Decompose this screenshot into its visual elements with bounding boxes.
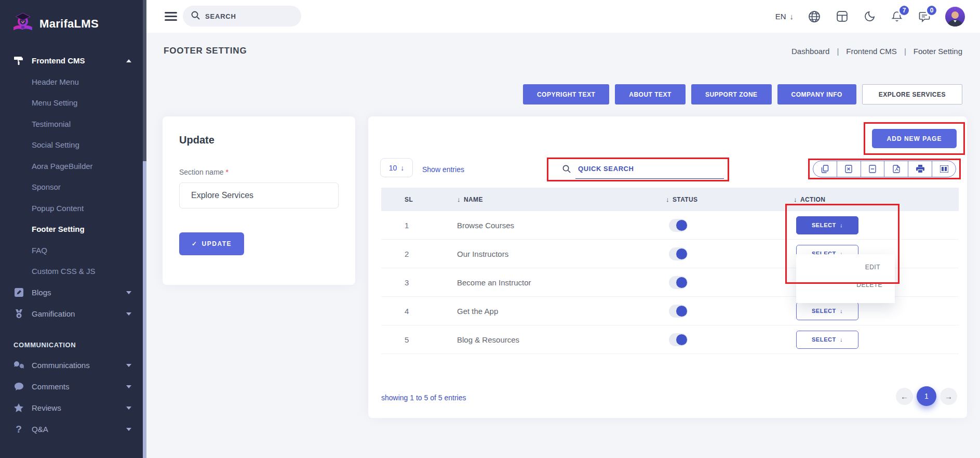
breadcrumb-footer-setting[interactable]: Footer Setting: [914, 47, 962, 56]
required-asterisk: *: [226, 168, 229, 176]
select-dropdown-button[interactable]: SELECT ↓: [796, 302, 858, 320]
check-icon: ✓: [192, 240, 198, 247]
copy-icon[interactable]: [813, 161, 837, 177]
sidebar-item-qa[interactable]: ? Q&A: [0, 418, 143, 440]
chat-bubbles-icon: [14, 361, 24, 370]
status-toggle[interactable]: [669, 305, 688, 318]
sidebar-scrollbar-thumb[interactable]: [143, 0, 146, 161]
sidebar-item-gamification[interactable]: Gamification: [0, 303, 143, 324]
menu-item-edit[interactable]: EDIT: [865, 264, 880, 271]
sidebar-item-frontend-cms[interactable]: Frontend CMS: [0, 50, 143, 71]
update-card: Update Section name * ✓ UPDATE: [163, 116, 355, 285]
tab-copyright-text[interactable]: COPYRIGHT TEXT: [523, 84, 609, 104]
column-visibility-icon[interactable]: [932, 161, 956, 177]
table-header: SL ↓NAME ↓STATUS ↓ACTION: [381, 188, 959, 211]
chevron-down-icon: [126, 291, 131, 294]
quick-search-input[interactable]: [575, 159, 724, 179]
star-icon: [14, 403, 24, 412]
sidebar-item-label: Footer Setting: [32, 225, 85, 233]
sidebar-item-label: Q&A: [32, 425, 48, 434]
page-size-value: 10: [389, 164, 397, 172]
select-label: SELECT: [812, 308, 836, 314]
notifications-bell-icon[interactable]: 7: [890, 10, 904, 23]
column-header-sl[interactable]: SL: [381, 196, 457, 203]
pdf-export-icon[interactable]: [884, 161, 908, 177]
sidebar-item-aora-pagebuilder[interactable]: Aora PageBuilder: [0, 155, 143, 177]
sidebar-item-faq[interactable]: FAQ: [0, 240, 143, 261]
section-name-input[interactable]: [179, 182, 339, 208]
select-dropdown-button[interactable]: SELECT ↓: [796, 216, 858, 234]
sidebar-item-comments[interactable]: Comments: [0, 376, 143, 397]
tab-support-zone[interactable]: SUPPORT ZONE: [691, 84, 772, 104]
hamburger-menu-icon[interactable]: [165, 10, 177, 22]
sidebar-item-blogs[interactable]: Blogs: [0, 282, 143, 303]
sidebar-item-social-setting[interactable]: Social Setting: [0, 135, 143, 156]
pagination-next-button[interactable]: →: [940, 388, 957, 405]
sidebar-scrollbar[interactable]: [143, 0, 146, 458]
sidebar-item-header-menu[interactable]: Header Menu: [0, 71, 143, 93]
sidebar-item-menu-setting[interactable]: Menu Setting: [0, 93, 143, 114]
search-input[interactable]: [205, 12, 288, 20]
chevron-down-icon: [126, 385, 131, 388]
user-avatar[interactable]: [945, 7, 965, 27]
page-size-select[interactable]: 10 ↓: [380, 158, 413, 177]
chevron-down-icon: [126, 364, 131, 367]
menu-item-delete[interactable]: DELETE: [856, 281, 882, 289]
status-toggle[interactable]: [669, 276, 688, 289]
status-toggle[interactable]: [669, 247, 688, 260]
sidebar-item-sponsor[interactable]: Sponsor: [0, 177, 143, 198]
add-new-page-annotation: ADD NEW PAGE: [864, 122, 965, 155]
section-name-label: Section name *: [179, 168, 339, 176]
globe-icon[interactable]: [808, 10, 821, 23]
sort-arrow-icon: ↓: [794, 195, 797, 203]
quick-search-annotation: [547, 158, 729, 181]
row-action-menu: EDIT DELETE: [796, 254, 895, 303]
column-header-name[interactable]: ↓NAME: [457, 195, 666, 203]
export-tools-annotation: [808, 159, 961, 179]
chevron-down-icon: [126, 428, 131, 431]
csv-export-icon[interactable]: [861, 161, 885, 177]
chevron-up-icon: [126, 59, 131, 62]
layout-grid-icon[interactable]: [835, 10, 849, 23]
update-button[interactable]: ✓ UPDATE: [179, 232, 244, 255]
status-toggle[interactable]: [669, 333, 688, 346]
export-toolbar: [813, 161, 956, 177]
row-sl: 5: [381, 335, 457, 344]
column-header-action[interactable]: ↓ACTION: [794, 195, 959, 203]
sidebar-item-communications[interactable]: Communications: [0, 355, 143, 376]
messages-icon[interactable]: 0: [918, 10, 931, 23]
status-toggle[interactable]: [669, 219, 688, 232]
row-name: Get the App: [457, 307, 666, 316]
breadcrumb-frontend-cms[interactable]: Frontend CMS: [846, 47, 897, 56]
sidebar-item-popup-content[interactable]: Popup Content: [0, 198, 143, 219]
chevron-down-icon: [126, 407, 131, 410]
main-content: FOOTER SETTING Dashboard | Frontend CMS …: [146, 33, 980, 458]
excel-export-icon[interactable]: [837, 161, 861, 177]
pagination-page-1[interactable]: 1: [917, 386, 936, 406]
update-button-label: UPDATE: [202, 240, 232, 247]
sidebar-item-testimonial[interactable]: Testimonial: [0, 113, 143, 135]
tab-about-text[interactable]: ABOUT TEXT: [615, 84, 686, 104]
breadcrumb-dashboard[interactable]: Dashboard: [791, 47, 829, 56]
sidebar-item-label: Aora PageBuilder: [32, 162, 93, 171]
dark-mode-moon-icon[interactable]: [863, 10, 876, 23]
topbar-search[interactable]: [183, 6, 301, 27]
sidebar-item-label: Reviews: [32, 403, 61, 412]
column-header-status[interactable]: ↓STATUS: [666, 195, 794, 203]
tab-company-info[interactable]: COMPANY INFO: [777, 84, 856, 104]
add-new-page-button[interactable]: ADD NEW PAGE: [872, 129, 957, 148]
sidebar-nav: Frontend CMS Header Menu Menu Setting Te…: [0, 50, 143, 440]
brand-name: MarifaLMS: [39, 17, 99, 31]
sidebar-item-reviews[interactable]: Reviews: [0, 397, 143, 418]
update-card-title: Update: [179, 134, 339, 146]
pagination-prev-button[interactable]: ←: [896, 388, 913, 405]
select-dropdown-button[interactable]: SELECT ↓: [796, 331, 858, 349]
arrow-left-icon: ←: [901, 392, 908, 401]
sidebar-item-label: Menu Setting: [32, 98, 77, 107]
sidebar-item-footer-setting[interactable]: Footer Setting: [0, 219, 143, 240]
tab-explore-services[interactable]: EXPLORE SERVICES: [862, 84, 962, 104]
sidebar-item-custom-css-js[interactable]: Custom CSS & JS: [0, 261, 143, 282]
language-selector[interactable]: EN ↓: [775, 12, 794, 21]
brand-logo[interactable]: MarifaLMS: [0, 0, 143, 46]
print-icon[interactable]: [908, 161, 932, 177]
